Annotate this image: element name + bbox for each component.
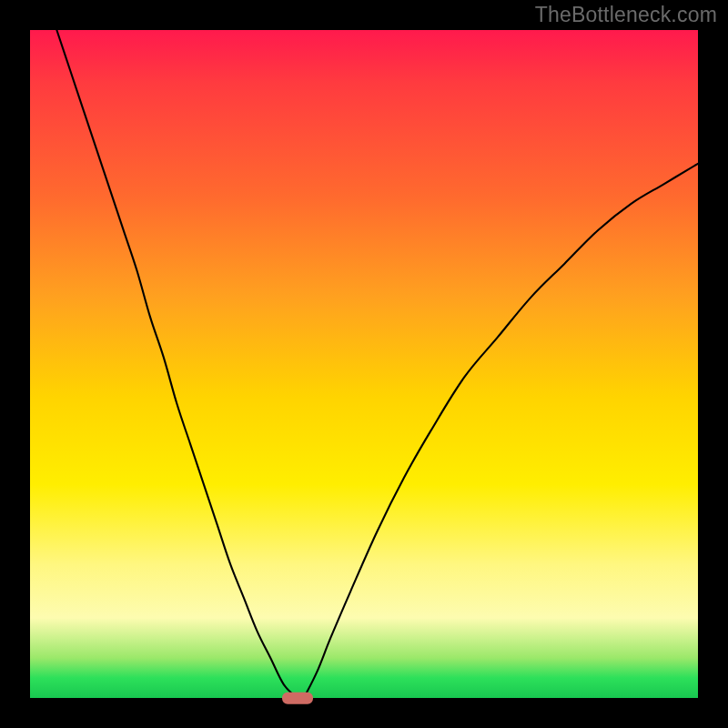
chart-frame: TheBottleneck.com — [0, 0, 728, 728]
plot-area — [30, 30, 698, 698]
minimum-marker — [282, 693, 313, 704]
watermark-text: TheBottleneck.com — [535, 3, 717, 27]
curve-layer — [30, 30, 698, 698]
curve-left-branch — [56, 30, 297, 698]
curve-right-branch — [304, 164, 698, 698]
